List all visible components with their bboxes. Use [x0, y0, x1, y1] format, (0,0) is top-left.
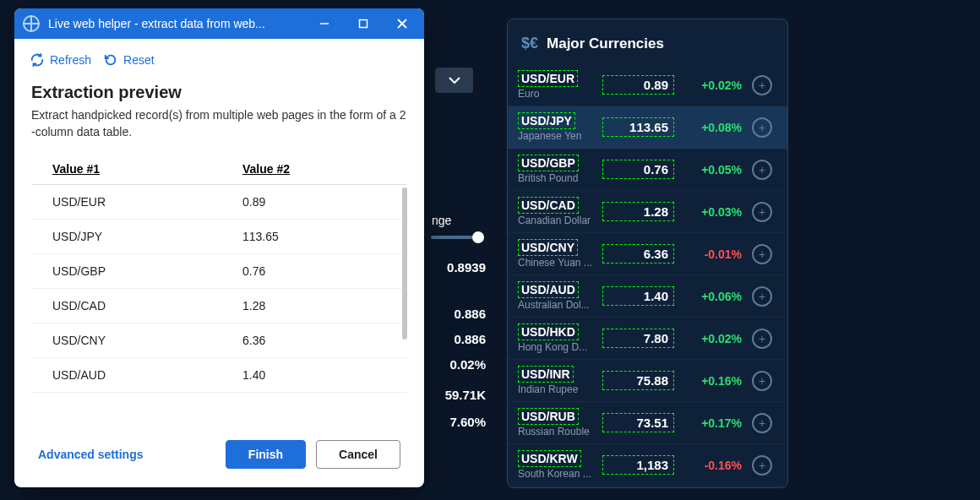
cell-rate: 6.36 — [242, 334, 386, 347]
bg-value: 0.886 — [454, 332, 486, 346]
table-row[interactable]: USD/JPY 113.65 — [31, 220, 407, 254]
maximize-button[interactable] — [348, 12, 378, 35]
add-icon[interactable]: + — [752, 286, 772, 307]
currency-name: Euro — [518, 88, 598, 100]
currency-row[interactable]: USD/RUB Russian Rouble 73.51 +0.17% + — [508, 402, 787, 444]
currency-change: +0.16% — [689, 374, 742, 388]
currency-change: -0.01% — [689, 247, 742, 261]
table-row[interactable]: USD/CNY 6.36 — [31, 323, 407, 358]
cell-pair: USD/EUR — [52, 195, 242, 209]
currencies-panel: $€ Major Currencies USD/EUR Euro 0.89 +0… — [507, 19, 788, 488]
table-row[interactable]: USD/GBP 0.76 — [31, 254, 407, 289]
table-header: Value #1 Value #2 — [31, 157, 407, 185]
reset-icon — [103, 52, 118, 68]
currency-pair: USD/JPY — [518, 112, 575, 129]
refresh-icon — [30, 52, 45, 68]
currency-row[interactable]: USD/HKD Hong Kong D... 7.80 +0.02% + — [508, 318, 787, 360]
cell-pair: USD/GBP — [52, 264, 242, 278]
currency-rate: 7.80 — [602, 329, 674, 348]
bg-value: 0.886 — [454, 307, 486, 321]
globe-icon — [23, 15, 40, 32]
finish-button[interactable]: Finish — [226, 440, 306, 469]
scrollbar[interactable] — [402, 188, 407, 340]
table-row[interactable]: USD/EUR 0.89 — [31, 185, 407, 220]
add-icon[interactable]: + — [752, 329, 772, 349]
cell-pair: USD/CAD — [52, 299, 242, 312]
add-icon[interactable]: + — [752, 202, 772, 222]
currency-pair: USD/CAD — [518, 197, 579, 214]
currency-name: Hong Kong D... — [518, 341, 598, 353]
currency-name: British Pound — [518, 172, 598, 184]
currency-row[interactable]: USD/CNY Chinese Yuan ... 6.36 -0.01% + — [508, 233, 787, 275]
currency-rate: 1.40 — [602, 286, 674, 306]
currency-pair: USD/RUB — [518, 408, 579, 425]
currencies-header: $€ Major Currencies — [508, 19, 787, 64]
dialog-footer: Advanced settings Finish Cancel — [14, 425, 424, 487]
currency-name: Australian Dol... — [518, 299, 598, 311]
currency-pair: USD/HKD — [518, 323, 579, 340]
currency-rate: 0.89 — [602, 75, 674, 95]
preview-subtext: Extract handpicked record(s) from multip… — [31, 107, 407, 140]
currency-change: +0.03% — [689, 205, 742, 219]
bg-value: 0.02% — [449, 357, 486, 372]
dialog-content: Extraction preview Extract handpicked re… — [14, 76, 424, 425]
cell-pair: USD/AUD — [52, 368, 242, 382]
preview-table: Value #1 Value #2 USD/EUR 0.89 USD/JPY 1… — [31, 157, 407, 395]
refresh-button[interactable]: Refresh — [30, 52, 91, 68]
column-header[interactable]: Value #2 — [242, 162, 386, 176]
currency-change: +0.08% — [689, 121, 742, 134]
add-icon[interactable]: + — [752, 455, 772, 476]
currency-pair: USD/CNY — [518, 239, 578, 256]
currency-change: +0.06% — [689, 290, 742, 303]
advanced-settings-link[interactable]: Advanced settings — [38, 448, 215, 461]
currency-icon: $€ — [521, 35, 538, 52]
currency-pair: USD/GBP — [518, 155, 579, 171]
currency-row[interactable]: USD/EUR Euro 0.89 +0.02% + — [508, 64, 787, 106]
titlebar[interactable]: Live web helper - extract data from web.… — [14, 8, 424, 39]
add-icon[interactable]: + — [752, 160, 772, 180]
currency-pair: USD/EUR — [518, 70, 578, 87]
cancel-button[interactable]: Cancel — [316, 440, 400, 469]
currency-pair: USD/KRW — [518, 450, 581, 467]
currency-rate: 6.36 — [602, 244, 674, 264]
currency-change: +0.02% — [689, 332, 742, 345]
add-icon[interactable]: + — [752, 244, 772, 264]
table-row[interactable]: USD/AUD 1.40 — [31, 358, 407, 393]
dialog-title: Live web helper - extract data from web.… — [48, 17, 301, 30]
currency-row[interactable]: USD/CAD Canadian Dollar 1.28 +0.03% + — [508, 191, 787, 233]
currency-name: Canadian Dollar — [518, 215, 598, 226]
cell-rate: 0.76 — [242, 264, 386, 278]
currency-row[interactable]: USD/AUD Australian Dol... 1.40 +0.06% + — [508, 275, 787, 318]
reset-button[interactable]: Reset — [103, 52, 155, 68]
currency-row[interactable]: USD/JPY Japanese Yen 113.65 +0.08% + — [508, 106, 787, 149]
reset-label: Reset — [123, 53, 155, 67]
currency-name: Chinese Yuan ... — [518, 257, 598, 269]
column-header[interactable]: Value #1 — [52, 162, 242, 176]
svg-rect-1 — [360, 20, 368, 28]
cell-rate: 1.28 — [242, 299, 386, 312]
bg-value: 59.71K — [445, 388, 486, 402]
add-icon[interactable]: + — [752, 75, 772, 95]
currency-change: -0.16% — [689, 459, 742, 472]
preview-heading: Extraction preview — [31, 83, 407, 102]
currency-pair: USD/AUD — [518, 281, 579, 298]
currency-row[interactable]: USD/KRW South Korean ... 1,183 -0.16% + — [508, 444, 787, 486]
add-icon[interactable]: + — [752, 117, 772, 138]
currency-row[interactable]: USD/GBP British Pound 0.76 +0.05% + — [508, 149, 787, 191]
close-button[interactable] — [387, 12, 417, 35]
bg-value: 0.8939 — [447, 260, 486, 274]
add-icon[interactable]: + — [752, 413, 772, 433]
currency-change: +0.05% — [689, 163, 742, 177]
currency-rate: 73.51 — [602, 413, 674, 432]
minimize-button[interactable] — [309, 12, 340, 35]
toolbar: Refresh Reset — [14, 39, 424, 76]
currency-name: Russian Rouble — [518, 426, 598, 438]
currency-name: Japanese Yen — [518, 130, 598, 142]
table-row[interactable]: USD/CAD 1.28 — [31, 289, 407, 323]
currency-rate: 1.28 — [602, 202, 674, 221]
add-icon[interactable]: + — [752, 371, 772, 391]
currency-rate: 113.65 — [602, 117, 674, 137]
extract-dialog: Live web helper - extract data from web.… — [14, 8, 424, 487]
currency-row[interactable]: USD/INR Indian Rupee 75.88 +0.16% + — [508, 360, 787, 402]
currency-pair: USD/INR — [518, 366, 574, 383]
